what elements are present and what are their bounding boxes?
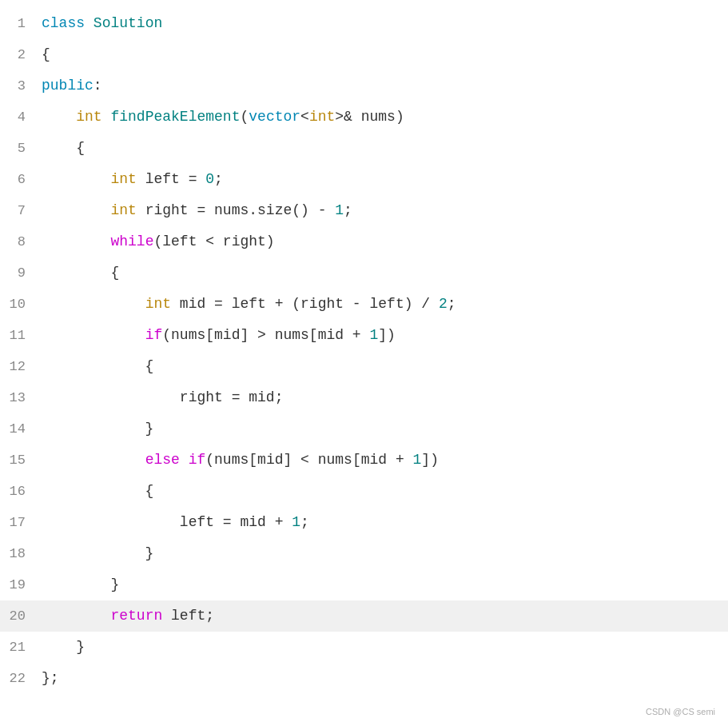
line-number-20: 20 (0, 601, 38, 632)
code-line-22: 22 }; (0, 663, 728, 694)
line-content-8: while(left < right) (38, 226, 728, 257)
line-number-11: 11 (0, 321, 38, 351)
line-number-16: 16 (0, 477, 38, 507)
code-line-5: 5 { (0, 133, 728, 164)
code-line-1: 1 class Solution (0, 8, 728, 39)
line-content-15: else if(nums[mid] < nums[mid + 1]) (38, 445, 728, 475)
code-line-3: 3 public: (0, 70, 728, 102)
line-content-16: { (38, 476, 728, 506)
line-content-2: { (38, 39, 728, 70)
line-content-13: right = mid; (38, 382, 728, 413)
code-line-11: 11 if(nums[mid] > nums[mid + 1]) (0, 320, 728, 351)
line-number-17: 17 (0, 508, 38, 538)
line-number-10: 10 (0, 289, 38, 320)
line-content-7: int right = nums.size() - 1; (38, 195, 728, 225)
code-line-7: 7 int right = nums.size() - 1; (0, 195, 728, 226)
code-line-6: 6 int left = 0; (0, 164, 728, 195)
code-container: 1 class Solution 2 { 3 public: 4 int fin… (0, 0, 728, 726)
code-line-19: 19 } (0, 569, 728, 600)
line-number-2: 2 (0, 40, 38, 70)
line-content-9: { (38, 257, 728, 288)
line-content-3: public: (38, 70, 728, 101)
line-number-14: 14 (0, 414, 38, 445)
line-content-17: left = mid + 1; (38, 507, 728, 537)
code-line-20: 20 return left; (0, 600, 728, 632)
line-number-13: 13 (0, 383, 38, 413)
line-content-11: if(nums[mid] > nums[mid + 1]) (38, 320, 728, 350)
line-number-12: 12 (0, 352, 38, 382)
line-content-6: int left = 0; (38, 164, 728, 194)
line-number-21: 21 (0, 632, 38, 663)
line-number-19: 19 (0, 570, 38, 600)
code-line-4: 4 int findPeakElement(vector<int>& nums) (0, 102, 728, 133)
code-line-14: 14 } (0, 413, 728, 445)
line-content-4: int findPeakElement(vector<int>& nums) (38, 102, 728, 132)
line-number-15: 15 (0, 445, 38, 476)
line-number-22: 22 (0, 664, 38, 694)
line-content-14: } (38, 413, 728, 444)
code-line-13: 13 right = mid; (0, 382, 728, 413)
line-content-22: }; (38, 663, 728, 693)
code-line-17: 17 left = mid + 1; (0, 507, 728, 538)
line-content-20: return left; (38, 600, 728, 631)
line-content-1: class Solution (38, 8, 728, 38)
line-number-18: 18 (0, 539, 38, 569)
code-line-12: 12 { (0, 351, 728, 382)
line-number-5: 5 (0, 134, 38, 164)
code-line-15: 15 else if(nums[mid] < nums[mid + 1]) (0, 445, 728, 476)
code-line-8: 8 while(left < right) (0, 226, 728, 257)
line-number-8: 8 (0, 227, 38, 257)
line-number-1: 1 (0, 9, 38, 39)
line-content-5: { (38, 133, 728, 163)
line-content-18: } (38, 538, 728, 568)
line-content-21: } (38, 632, 728, 662)
line-number-3: 3 (0, 71, 38, 102)
line-content-10: int mid = left + (right - left) / 2; (38, 289, 728, 319)
code-line-2: 2 { (0, 39, 728, 70)
code-line-21: 21 } (0, 632, 728, 663)
line-number-6: 6 (0, 165, 38, 195)
line-content-12: { (38, 351, 728, 381)
line-content-19: } (38, 569, 728, 600)
code-line-16: 16 { (0, 476, 728, 507)
code-line-9: 9 { (0, 257, 728, 289)
code-line-10: 10 int mid = left + (right - left) / 2; (0, 289, 728, 320)
line-number-9: 9 (0, 258, 38, 289)
line-number-4: 4 (0, 102, 38, 133)
line-number-7: 7 (0, 196, 38, 226)
watermark-text: CSDN @CS semi (646, 707, 715, 716)
code-line-18: 18 } (0, 538, 728, 569)
